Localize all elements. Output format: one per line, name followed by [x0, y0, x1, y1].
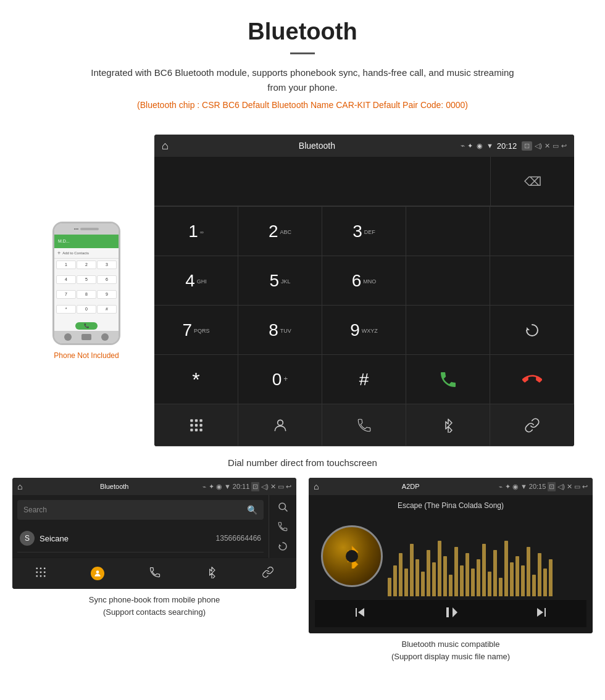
call-button[interactable] [406, 355, 490, 404]
refresh-right-btn[interactable] [272, 537, 294, 556]
dial-key-star[interactable]: * [154, 355, 238, 404]
eq-bar [404, 569, 408, 596]
pb-caption-line1: Sync phone-book from mobile phone [89, 595, 220, 604]
dial-key-0[interactable]: 0 + [238, 355, 322, 404]
phone-key-7[interactable]: 7 [56, 290, 76, 299]
play-pause-btn[interactable] [443, 605, 458, 623]
music-back[interactable]: ↩ [582, 483, 588, 491]
dial-key-7[interactable]: 7 PQRS [154, 306, 238, 355]
dial-key-1[interactable]: 1 ∞ [154, 207, 238, 256]
phone-key-2[interactable]: 2 [77, 260, 96, 269]
eq-bar [421, 572, 425, 596]
phone-key-star[interactable]: * [56, 305, 76, 314]
svg-rect-22 [44, 575, 46, 577]
pb-keypad-icon[interactable] [35, 566, 47, 581]
eq-bar [504, 541, 508, 596]
pb-vol: ◁) [261, 483, 269, 491]
eq-bar [443, 556, 447, 596]
phone-menu-btn [101, 333, 109, 341]
refresh-button[interactable] [490, 306, 574, 355]
phone-key-4[interactable]: 4 [56, 275, 76, 284]
phone-key-5[interactable]: 5 [77, 275, 96, 284]
pb-home-icon[interactable]: ⌂ [17, 481, 22, 491]
phonebook-screen-wrap: ⌂ Bluetooth ⌁ ✦ ◉ ▼ 20:11 ⊡ ◁) ✕ ▭ ↩ [12, 478, 296, 662]
bluetooth-music-icon [340, 544, 364, 569]
eq-bar [549, 559, 553, 596]
pb-close[interactable]: ✕ [270, 483, 276, 491]
contact-row-seicane[interactable]: S Seicane 13566664466 [17, 525, 264, 552]
pb-bluetooth-icon[interactable] [206, 566, 218, 581]
dial-key-hash[interactable]: # [322, 355, 406, 404]
phone-key-1[interactable]: 1 [56, 260, 76, 269]
phone-key-8[interactable]: 8 [77, 290, 96, 299]
phone-key-6[interactable]: 6 [97, 275, 117, 284]
bluetooth-specs: (Bluetooth chip : CSR BC6 Default Blueto… [12, 100, 593, 110]
svg-rect-3 [199, 419, 202, 422]
close-icon[interactable]: ✕ [544, 142, 550, 150]
keypad-bottom-btn[interactable] [154, 404, 238, 446]
eq-bar [432, 562, 436, 596]
svg-rect-21 [40, 575, 42, 577]
empty-r2c5 [490, 256, 574, 306]
volume-icon[interactable]: ◁) [535, 142, 542, 150]
eq-bar [515, 556, 519, 596]
dial-key-2[interactable]: 2 ABC [238, 207, 322, 256]
dial-screen: ⌂ Bluetooth ⌁ ✦ ◉ ▼ 20:12 ⊡ ◁) ✕ ▭ ↩ ⌫ [154, 135, 574, 446]
prev-track-btn[interactable] [353, 605, 367, 623]
music-screen-icon[interactable]: ▭ [574, 483, 580, 491]
dial-key-3[interactable]: 3 DEF [322, 207, 406, 256]
empty-r2c4 [406, 256, 490, 306]
svg-rect-1 [190, 419, 193, 422]
status-time: 20:12 [497, 141, 517, 151]
svg-rect-29 [544, 608, 546, 617]
phone-speaker [80, 228, 99, 230]
dial-key-8[interactable]: 8 TUV [238, 306, 322, 355]
pb-back[interactable]: ↩ [286, 483, 291, 491]
pb-screen[interactable]: ▭ [278, 483, 284, 491]
phone-key-0[interactable]: 0 [77, 305, 96, 314]
home-icon[interactable]: ⌂ [162, 140, 169, 152]
hangup-button[interactable] [490, 355, 574, 404]
dial-key-5[interactable]: 5 JKL [238, 256, 322, 306]
phone-key-3[interactable]: 3 [97, 260, 117, 269]
camera-icon[interactable]: ⊡ [522, 141, 532, 151]
dial-key-9[interactable]: 9 WXYZ [322, 306, 406, 355]
eq-bar [399, 553, 403, 596]
screen-icon[interactable]: ▭ [553, 142, 559, 150]
music-home-icon[interactable]: ⌂ [314, 481, 319, 491]
pb-link-icon[interactable] [262, 566, 274, 581]
contacts-bottom-btn[interactable] [238, 404, 322, 446]
phone-right-btn[interactable] [272, 517, 294, 536]
phone-bottom-btn[interactable] [322, 404, 406, 446]
search-bar[interactable]: Search 🔍 [17, 500, 264, 520]
back-icon[interactable]: ↩ [561, 142, 567, 150]
phone-key-hash[interactable]: # [97, 305, 117, 314]
eq-bar [471, 569, 475, 596]
eq-bar [543, 569, 547, 596]
music-close[interactable]: ✕ [567, 483, 572, 491]
music-screen: ⌂ A2DP ⌁ ✦ ◉ ▼ 20:15 ⊡ ◁) ✕ ▭ ↩ Escape (… [309, 478, 593, 633]
bluetooth-bottom-btn[interactable] [406, 404, 490, 446]
svg-marker-28 [537, 608, 543, 617]
refresh-icon [524, 322, 541, 339]
eq-bar [449, 575, 453, 596]
phonebook-caption: Sync phone-book from mobile phone (Suppo… [89, 594, 220, 618]
next-track-btn[interactable] [534, 605, 549, 623]
svg-rect-5 [194, 423, 197, 426]
dial-key-6[interactable]: 6 MNO [322, 256, 406, 306]
phone-key-9[interactable]: 9 [97, 290, 117, 299]
pb-user-icon[interactable] [91, 567, 104, 580]
music-loc-icon: ◉ [512, 483, 519, 491]
svg-marker-24 [358, 608, 364, 617]
link-bottom-btn[interactable] [490, 404, 574, 446]
search-right-icon [277, 501, 288, 512]
phone-bottom [54, 331, 119, 343]
svg-rect-14 [36, 567, 38, 569]
dial-key-4[interactable]: 4 GHI [154, 256, 238, 306]
pb-status-right: ✦ ◉ ▼ 20:11 ⊡ ◁) ✕ ▭ ↩ [209, 482, 291, 491]
backspace-button[interactable]: ⌫ [490, 157, 574, 206]
svg-rect-20 [36, 575, 38, 577]
search-right-btn[interactable] [272, 498, 294, 516]
music-vol: ◁) [557, 483, 565, 491]
pb-phone-icon[interactable] [149, 566, 161, 581]
